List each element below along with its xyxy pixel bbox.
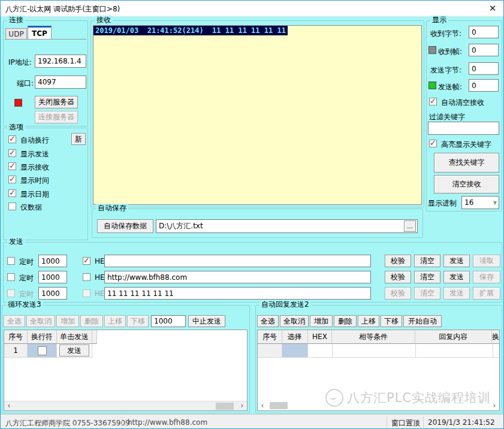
clear-button-2[interactable]: 清空 bbox=[414, 271, 440, 283]
move-up-button[interactable]: 上移 bbox=[358, 315, 379, 327]
column-header[interactable]: 序号 bbox=[258, 330, 282, 344]
delete-button[interactable]: 删除 bbox=[334, 315, 357, 327]
auto-reply-table: 序号 选择 HEX 相等条件 回复内容 换 八方汇PLC实战编程培训 ‹ bbox=[257, 330, 500, 411]
status-url[interactable]: http://www.bfh88.com bbox=[128, 418, 207, 427]
ip-input[interactable] bbox=[35, 55, 86, 68]
verify-button-2[interactable]: 校验 bbox=[385, 271, 411, 283]
condition-cell[interactable] bbox=[333, 344, 416, 358]
port-input[interactable] bbox=[35, 75, 86, 89]
table-row[interactable] bbox=[258, 344, 499, 358]
autosave-path-input[interactable] bbox=[156, 219, 418, 233]
new-button[interactable]: 新 bbox=[71, 133, 86, 145]
move-down-button[interactable]: 下移 bbox=[381, 315, 402, 327]
tab-udp[interactable]: UDP bbox=[5, 28, 27, 40]
rx-bytes-value[interactable] bbox=[469, 26, 499, 38]
radix-select[interactable]: 16 ▾ bbox=[461, 196, 499, 209]
auto-reply-hscrollbar[interactable]: ‹ › bbox=[258, 401, 499, 410]
filter-input[interactable] bbox=[428, 122, 499, 135]
column-header[interactable]: 换 bbox=[492, 330, 499, 344]
row-send-button[interactable]: 发送 bbox=[59, 345, 89, 357]
read-button[interactable]: 读取 bbox=[473, 255, 500, 267]
send-button-2[interactable]: 发送 bbox=[443, 271, 470, 283]
send-input-1[interactable] bbox=[104, 255, 371, 267]
checkbox-show-time[interactable] bbox=[8, 176, 16, 183]
send-input-2[interactable] bbox=[104, 271, 371, 283]
move-up-button[interactable]: 上移 bbox=[104, 315, 126, 327]
scroll-thumb[interactable] bbox=[270, 402, 288, 409]
column-header[interactable]: 单击发送 bbox=[57, 330, 92, 344]
interval-input-3[interactable] bbox=[38, 287, 67, 300]
move-down-button[interactable]: 下移 bbox=[127, 315, 149, 327]
column-header[interactable]: 回复内容 bbox=[415, 330, 492, 344]
checkbox-show-receive[interactable] bbox=[8, 162, 16, 170]
deselect-all-button[interactable]: 全取消 bbox=[26, 315, 55, 327]
reply-cell[interactable] bbox=[416, 344, 493, 358]
hex-checkbox-2[interactable] bbox=[83, 273, 90, 281]
save-button[interactable]: 保存 bbox=[473, 271, 500, 283]
loop-interval-input[interactable] bbox=[151, 315, 186, 327]
scroll-thumb[interactable] bbox=[216, 403, 234, 410]
send-input-3[interactable] bbox=[104, 287, 371, 300]
interval-input-2[interactable] bbox=[38, 271, 67, 283]
scroll-right-icon[interactable]: › bbox=[490, 401, 499, 410]
add-button[interactable]: 增加 bbox=[310, 315, 333, 327]
select-cell[interactable] bbox=[282, 344, 308, 358]
row-index-cell: 1 bbox=[4, 344, 28, 358]
clear-button-1[interactable]: 清空 bbox=[414, 255, 440, 267]
column-header[interactable]: 选择 bbox=[282, 330, 308, 344]
checkbox-show-send[interactable] bbox=[8, 149, 16, 157]
send-button-1[interactable]: 发送 bbox=[443, 255, 470, 267]
select-all-button[interactable]: 全选 bbox=[257, 315, 279, 327]
checkbox-highlight-keyword[interactable] bbox=[429, 140, 437, 147]
column-header[interactable]: 换行符 bbox=[28, 330, 57, 344]
timer-checkbox-2[interactable] bbox=[7, 273, 15, 281]
tab-tcp[interactable]: TCP bbox=[28, 26, 52, 40]
close-icon[interactable]: ✕ bbox=[485, 2, 500, 15]
newline-checkbox[interactable] bbox=[38, 346, 47, 355]
deselect-all-button[interactable]: 全取消 bbox=[280, 315, 309, 327]
expand-button[interactable]: 扩展 bbox=[473, 287, 500, 300]
hex-checkbox-3[interactable] bbox=[83, 289, 90, 297]
verify-button-1[interactable]: 校验 bbox=[385, 255, 411, 267]
table-row[interactable]: 1 发送 bbox=[4, 344, 247, 358]
autosave-data-button[interactable]: 自动保存数据 bbox=[97, 219, 153, 233]
newline-cell[interactable] bbox=[28, 344, 57, 358]
column-header[interactable]: 相等条件 bbox=[332, 330, 415, 344]
rx-frames-value[interactable] bbox=[469, 44, 499, 56]
timer-checkbox-3[interactable] bbox=[7, 289, 15, 297]
scroll-right-icon[interactable]: › bbox=[237, 401, 247, 410]
tx-bytes-value[interactable] bbox=[469, 62, 499, 75]
delete-button[interactable]: 删除 bbox=[80, 315, 103, 327]
interval-input-1[interactable] bbox=[38, 255, 67, 267]
hex-checkbox-1[interactable] bbox=[83, 257, 90, 265]
status-topmost[interactable]: 窗口置顶 bbox=[391, 418, 420, 428]
close-server-button[interactable]: 关闭服务器 bbox=[35, 96, 78, 108]
find-keyword-button[interactable]: 查找关键字 bbox=[434, 153, 499, 173]
verify-button-3[interactable]: 校验 bbox=[385, 287, 411, 300]
scroll-left-icon[interactable]: ‹ bbox=[258, 401, 267, 410]
hex-cell[interactable] bbox=[308, 344, 333, 358]
send-button-3[interactable]: 发送 bbox=[443, 287, 470, 300]
abort-send-button[interactable]: 中止发送 bbox=[188, 315, 225, 327]
select-all-button[interactable]: 全选 bbox=[4, 315, 25, 327]
start-auto-button[interactable]: 开始自动 bbox=[403, 315, 442, 327]
clear-button-3[interactable]: 清空 bbox=[414, 287, 440, 300]
newline-cell[interactable] bbox=[493, 344, 499, 358]
add-button[interactable]: 增加 bbox=[56, 315, 79, 327]
clear-receive-button[interactable]: 清空接收 bbox=[434, 175, 499, 194]
checkbox-show-date[interactable] bbox=[8, 189, 16, 197]
checkbox-data-only[interactable] bbox=[8, 203, 16, 210]
column-header[interactable]: 序号 bbox=[4, 330, 28, 344]
browse-button[interactable]: … bbox=[404, 220, 416, 232]
scroll-left-icon[interactable]: ‹ bbox=[4, 401, 14, 410]
receive-selected-line[interactable]: 2019/01/03 21:41:52(214) 11 11 11 11 11 … bbox=[93, 26, 288, 35]
column-header[interactable]: HEX bbox=[308, 330, 333, 344]
status-divider bbox=[122, 416, 122, 428]
checkbox-auto-wrap[interactable] bbox=[8, 135, 16, 143]
loop-send-hscrollbar[interactable]: ‹ › bbox=[4, 401, 247, 410]
checkbox-auto-clear[interactable] bbox=[429, 98, 437, 105]
receive-textarea[interactable]: 2019/01/03 21:41:52(214) 11 11 11 11 11 … bbox=[93, 25, 422, 205]
connect-server-button[interactable]: 连接服务器 bbox=[35, 111, 78, 123]
timer-checkbox-1[interactable] bbox=[7, 257, 15, 265]
tx-frames-value[interactable] bbox=[469, 79, 499, 92]
